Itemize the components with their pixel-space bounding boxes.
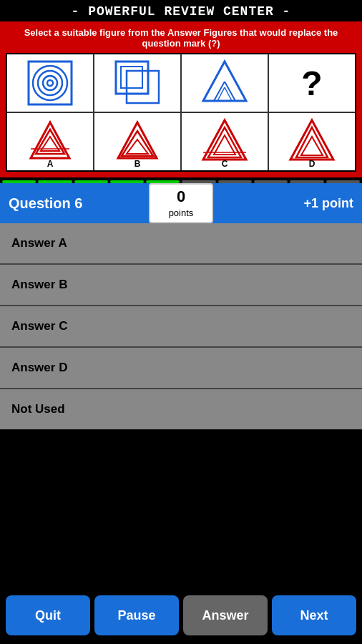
answer-not-used-label: Not Used (11, 402, 65, 416)
puzzle-answer-b: B (94, 113, 182, 170)
answer-label-a: A (47, 159, 54, 169)
app-header: - POWERFUL REVIEW CENTER - (0, 0, 362, 21)
puzzle-figure-2 (112, 58, 162, 108)
answer-button[interactable]: Answer (183, 595, 268, 635)
svg-point-3 (43, 76, 57, 90)
svg-marker-8 (203, 62, 246, 101)
question-mark-symbol: ? (301, 64, 322, 103)
progress-bar (0, 177, 362, 183)
answer-label-c: C (222, 159, 228, 169)
svg-point-4 (47, 80, 53, 86)
svg-rect-7 (121, 67, 142, 88)
answer-label-b: B (134, 159, 141, 169)
question-number: Question 6 (0, 195, 82, 212)
puzzle-cell-2 (94, 54, 182, 112)
answer-option-d[interactable]: Answer D (0, 348, 362, 389)
puzzle-answer-d: D (269, 113, 355, 170)
svg-marker-26 (301, 137, 323, 155)
puzzle-figure-3 (200, 58, 250, 108)
puzzle-figure-1 (25, 58, 75, 108)
puzzle-cell-3 (182, 54, 269, 112)
puzzle-top-row: ? (7, 54, 355, 113)
svg-marker-22 (214, 135, 235, 155)
info-bar: Question 6 0 points +1 point (0, 183, 362, 223)
point-change: +1 point (303, 196, 362, 211)
puzzle-cell-1 (7, 54, 94, 112)
answer-a-label: Answer A (11, 236, 67, 250)
question-area: Select a suitable figure from the Answer… (0, 21, 362, 177)
points-label: points (169, 208, 194, 218)
pause-button[interactable]: Pause (94, 595, 179, 635)
quit-button[interactable]: Quit (6, 595, 90, 635)
answer-d-label: Answer D (11, 361, 67, 374)
answer-label-d: D (309, 159, 315, 169)
answer-option-b[interactable]: Answer B (0, 265, 362, 306)
answer-option-a[interactable]: Answer A (0, 223, 362, 265)
puzzle-cell-question: ? (269, 54, 355, 112)
question-text: Select a suitable figure from the Answer… (6, 27, 356, 49)
svg-rect-0 (29, 62, 72, 104)
puzzle-bottom-row: A B C (7, 113, 355, 170)
points-box: 0 points (149, 183, 213, 223)
app-title: - POWERFUL REVIEW CENTER - (72, 4, 291, 19)
answer-b-label: Answer B (11, 278, 67, 291)
bottom-buttons: Quit Pause Answer Next (0, 587, 362, 644)
answer-option-not-used[interactable]: Not Used (0, 389, 362, 429)
svg-point-2 (38, 71, 62, 95)
puzzle-grid: ? A B (6, 53, 356, 172)
points-value: 0 (150, 187, 212, 206)
answer-option-c[interactable]: Answer C (0, 306, 362, 348)
next-button[interactable]: Next (272, 595, 356, 635)
puzzle-answer-c: C (182, 113, 269, 170)
answers-area: Answer A Answer B Answer C Answer D Not … (0, 223, 362, 429)
answer-c-label: Answer C (11, 319, 67, 333)
puzzle-answer-a: A (7, 113, 94, 170)
